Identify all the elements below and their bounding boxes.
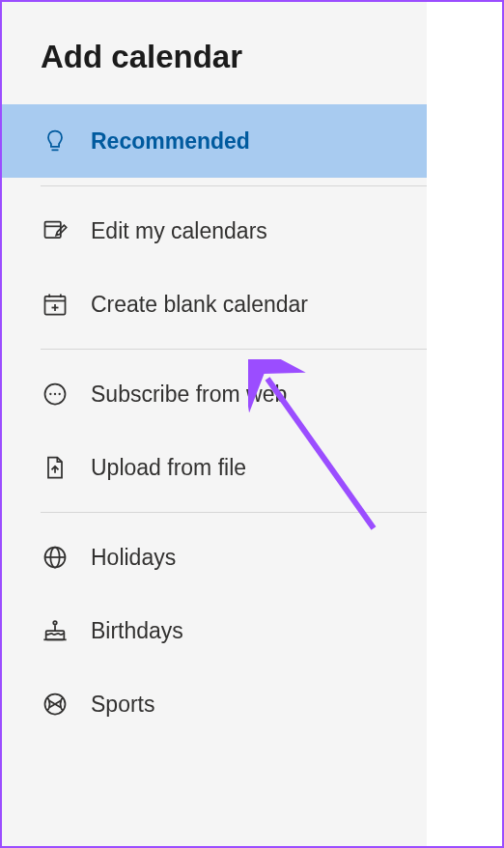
add-calendar-panel: Add calendar Recommended (2, 2, 427, 846)
menu-item-recommended[interactable]: Recommended (2, 104, 427, 178)
menu-label: Upload from file (91, 455, 246, 481)
menu-label: Recommended (91, 128, 250, 155)
window-frame: Add calendar Recommended (0, 0, 504, 848)
svg-point-18 (53, 621, 57, 625)
menu-label: Create blank calendar (91, 292, 308, 318)
divider (41, 349, 427, 350)
sports-icon (41, 690, 70, 719)
menu-item-edit-calendars[interactable]: Edit my calendars (2, 194, 427, 268)
menu-item-create-blank[interactable]: Create blank calendar (2, 268, 427, 341)
cake-icon (41, 616, 70, 645)
edit-calendar-icon (41, 216, 70, 245)
menu-label: Sports (91, 692, 154, 718)
menu-item-subscribe-web[interactable]: Subscribe from web (2, 357, 427, 431)
menu-label: Edit my calendars (91, 218, 267, 244)
web-icon (41, 380, 70, 409)
menu-label: Holidays (91, 545, 176, 571)
panel-header: Add calendar (2, 2, 427, 104)
svg-point-11 (54, 393, 56, 395)
menu-list: Recommended Edit my calendars (2, 104, 427, 741)
divider (41, 185, 427, 186)
svg-point-10 (49, 393, 51, 395)
divider (41, 512, 427, 513)
create-calendar-icon (41, 290, 70, 319)
menu-item-upload-file[interactable]: Upload from file (2, 431, 427, 504)
menu-item-holidays[interactable]: Holidays (2, 521, 427, 594)
page-title: Add calendar (41, 39, 388, 75)
menu-label: Subscribe from web (91, 382, 287, 408)
menu-item-sports[interactable]: Sports (2, 667, 427, 741)
menu-item-birthdays[interactable]: Birthdays (2, 594, 427, 667)
menu-label: Birthdays (91, 618, 183, 644)
svg-point-12 (59, 393, 61, 395)
lightbulb-icon (41, 127, 70, 155)
upload-file-icon (41, 453, 70, 482)
globe-icon (41, 543, 70, 572)
